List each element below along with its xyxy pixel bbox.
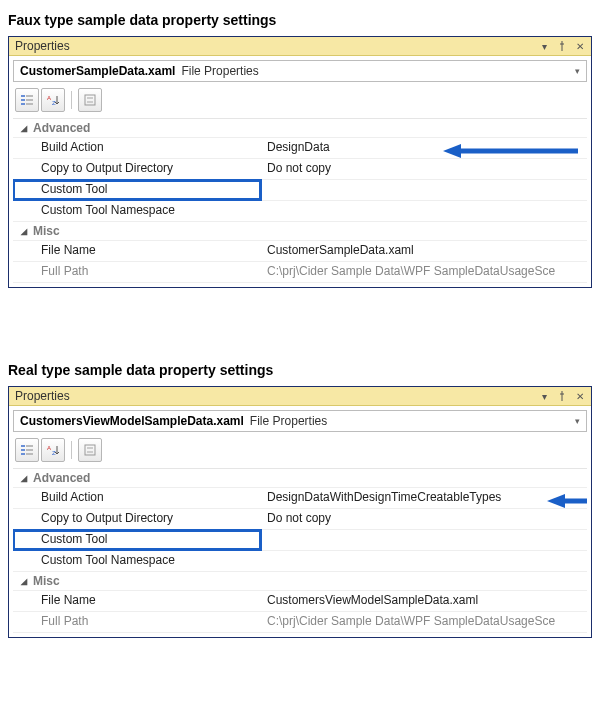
prop-copy-to-output[interactable]: Copy to Output Directory Do not copy (13, 159, 587, 180)
object-combobox[interactable]: CustomerSampleData.xaml File Properties … (13, 60, 587, 82)
prop-value[interactable]: CustomerSampleData.xaml (261, 241, 587, 261)
svg-rect-23 (87, 451, 93, 453)
section-title: Faux type sample data property settings (8, 12, 592, 28)
prop-label: Build Action (13, 138, 261, 158)
svg-rect-15 (21, 449, 25, 451)
panel-title: Properties (15, 389, 70, 403)
svg-rect-3 (26, 99, 33, 101)
categorized-button[interactable] (15, 88, 39, 112)
properties-panel: Properties ▾ ✕ CustomersViewModelSampleD… (8, 386, 592, 638)
svg-rect-17 (21, 453, 25, 455)
chevron-down-icon: ▾ (575, 66, 580, 76)
pin-icon[interactable] (555, 39, 569, 53)
svg-rect-10 (87, 101, 93, 103)
chevron-down-icon: ▾ (575, 416, 580, 426)
prop-label: Custom Tool (13, 180, 261, 200)
prop-value[interactable]: C:\prj\Cider Sample Data\WPF SampleDataU… (261, 612, 587, 632)
prop-value[interactable]: DesignData (261, 138, 587, 158)
svg-rect-14 (26, 445, 33, 447)
svg-rect-22 (87, 447, 93, 449)
prop-label: Copy to Output Directory (13, 159, 261, 179)
category-label: Misc (33, 574, 60, 588)
categorized-button[interactable] (15, 438, 39, 462)
prop-custom-tool-namespace[interactable]: Custom Tool Namespace (13, 551, 587, 572)
object-subtitle: File Properties (250, 414, 327, 428)
prop-value[interactable] (261, 530, 587, 550)
panel-titlebar: Properties ▾ ✕ (9, 37, 591, 56)
category-advanced[interactable]: ◢ Advanced (13, 469, 587, 488)
property-grid: ◢ Advanced Build Action DesignDataWithDe… (13, 468, 587, 633)
prop-value[interactable]: Do not copy (261, 159, 587, 179)
prop-label: Build Action (13, 488, 261, 508)
prop-file-name[interactable]: File Name CustomerSampleData.xaml (13, 241, 587, 262)
prop-build-action[interactable]: Build Action DesignData (13, 138, 587, 159)
category-label: Advanced (33, 121, 90, 135)
svg-rect-1 (26, 95, 33, 97)
prop-file-name[interactable]: File Name CustomersViewModelSampleData.x… (13, 591, 587, 612)
close-icon[interactable]: ✕ (573, 39, 587, 53)
object-name: CustomersViewModelSampleData.xaml (20, 414, 244, 428)
category-misc[interactable]: ◢ Misc (13, 572, 587, 591)
prop-value[interactable]: Do not copy (261, 509, 587, 529)
prop-full-path[interactable]: Full Path C:\prj\Cider Sample Data\WPF S… (13, 612, 587, 633)
object-name: CustomerSampleData.xaml (20, 64, 175, 78)
prop-label: Custom Tool Namespace (13, 201, 261, 221)
svg-rect-4 (21, 103, 25, 105)
window-position-icon[interactable]: ▾ (537, 39, 551, 53)
properties-panel: Properties ▾ ✕ CustomerSampleData.xaml F… (8, 36, 592, 288)
svg-rect-8 (85, 95, 95, 105)
prop-value[interactable]: CustomersViewModelSampleData.xaml (261, 591, 587, 611)
prop-label: Custom Tool Namespace (13, 551, 261, 571)
prop-value[interactable] (261, 551, 587, 571)
prop-label: Copy to Output Directory (13, 509, 261, 529)
prop-copy-to-output[interactable]: Copy to Output Directory Do not copy (13, 509, 587, 530)
svg-rect-9 (87, 97, 93, 99)
svg-text:A: A (47, 95, 51, 101)
prop-value[interactable] (261, 180, 587, 200)
property-pages-button[interactable] (78, 438, 102, 462)
prop-label: Full Path (13, 262, 261, 282)
expand-icon: ◢ (21, 577, 27, 586)
property-pages-button[interactable] (78, 88, 102, 112)
svg-text:A: A (47, 445, 51, 451)
toolbar-separator (71, 91, 72, 109)
category-label: Misc (33, 224, 60, 238)
category-advanced[interactable]: ◢ Advanced (13, 119, 587, 138)
category-misc[interactable]: ◢ Misc (13, 222, 587, 241)
prop-label: Custom Tool (13, 530, 261, 550)
prop-custom-tool[interactable]: Custom Tool (13, 530, 587, 551)
prop-value[interactable]: C:\prj\Cider Sample Data\WPF SampleDataU… (261, 262, 587, 282)
prop-label: File Name (13, 591, 261, 611)
svg-rect-21 (85, 445, 95, 455)
prop-full-path[interactable]: Full Path C:\prj\Cider Sample Data\WPF S… (13, 262, 587, 283)
category-label: Advanced (33, 471, 90, 485)
prop-custom-tool[interactable]: Custom Tool (13, 180, 587, 201)
toolbar-separator (71, 441, 72, 459)
expand-icon: ◢ (21, 474, 27, 483)
svg-rect-2 (21, 99, 25, 101)
object-subtitle: File Properties (181, 64, 258, 78)
prop-value[interactable]: DesignDataWithDesignTimeCreatableTypes (261, 488, 587, 508)
svg-rect-5 (26, 103, 33, 105)
object-combobox[interactable]: CustomersViewModelSampleData.xaml File P… (13, 410, 587, 432)
panel-title: Properties (15, 39, 70, 53)
alphabetical-button[interactable]: AZ (41, 88, 65, 112)
toolbar: AZ (9, 436, 591, 466)
svg-rect-0 (21, 95, 25, 97)
prop-label: Full Path (13, 612, 261, 632)
svg-rect-16 (26, 449, 33, 451)
svg-rect-18 (26, 453, 33, 455)
prop-custom-tool-namespace[interactable]: Custom Tool Namespace (13, 201, 587, 222)
expand-icon: ◢ (21, 124, 27, 133)
pin-icon[interactable] (555, 389, 569, 403)
prop-value[interactable] (261, 201, 587, 221)
toolbar: AZ (9, 86, 591, 116)
close-icon[interactable]: ✕ (573, 389, 587, 403)
alphabetical-button[interactable]: AZ (41, 438, 65, 462)
section-title: Real type sample data property settings (8, 362, 592, 378)
prop-build-action[interactable]: Build Action DesignDataWithDesignTimeCre… (13, 488, 587, 509)
expand-icon: ◢ (21, 227, 27, 236)
svg-rect-13 (21, 445, 25, 447)
panel-titlebar: Properties ▾ ✕ (9, 387, 591, 406)
window-position-icon[interactable]: ▾ (537, 389, 551, 403)
